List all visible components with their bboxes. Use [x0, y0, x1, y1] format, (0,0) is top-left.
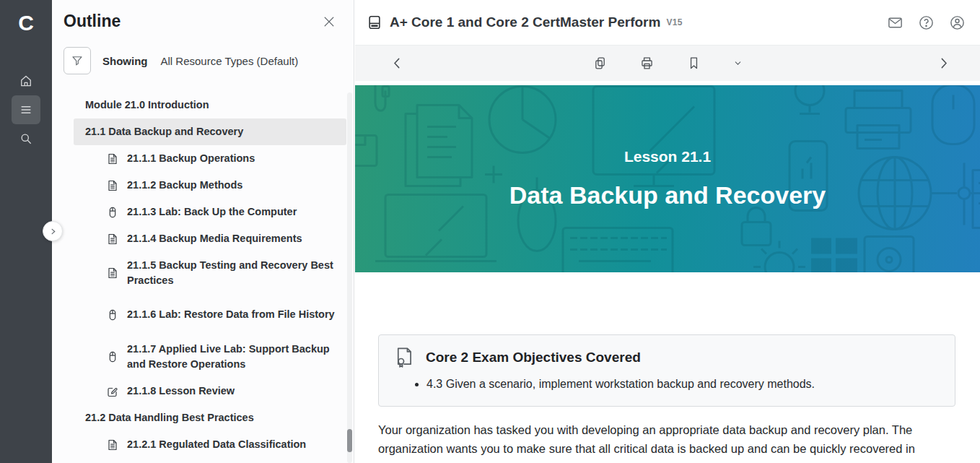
filter-row: Showing All Resource Types (Default) — [64, 47, 354, 74]
outline-item[interactable]: 21.1.4 Backup Media Requirements — [52, 225, 354, 252]
document-icon — [107, 233, 118, 245]
main-area: A+ Core 1 and Core 2 CertMaster Perform … — [355, 0, 980, 463]
objective-item: 4.3 Given a scenario, implement workstat… — [426, 376, 937, 393]
lesson-banner: Lesson 21.1 Data Backup and Recovery — [355, 85, 980, 272]
mouse-icon — [107, 351, 118, 363]
outline-item[interactable]: 21.1 Data Backup and Recovery — [74, 118, 346, 145]
outline-item-label: 21.1.6 Lab: Restore Data from File Histo… — [127, 307, 335, 322]
outline-item[interactable]: 21.1.5 Backup Testing and Recovery Best … — [52, 252, 354, 294]
app-window: C Outline Showing — [0, 0, 980, 463]
search-icon[interactable] — [12, 124, 40, 153]
outline-scrollbar-thumb[interactable] — [347, 429, 352, 452]
mouse-icon — [107, 309, 118, 321]
certificate-icon — [395, 347, 415, 368]
outline-item-label: 21.2.1 Regulated Data Classification — [127, 437, 306, 452]
lesson-number: Lesson 21.1 — [624, 148, 711, 165]
profile-icon[interactable] — [949, 14, 966, 31]
filter-icon[interactable] — [64, 47, 91, 74]
help-icon[interactable] — [918, 14, 935, 31]
outline-item-label: 21.1.4 Backup Media Requirements — [127, 231, 302, 246]
outline-item-label: Module 21.0 Introduction — [85, 98, 209, 113]
home-icon[interactable] — [12, 66, 40, 95]
lesson-title: Data Backup and Recovery — [509, 181, 826, 209]
outline-item-label: 21.1.5 Backup Testing and Recovery Best … — [127, 258, 336, 288]
exam-objectives-box: Core 2 Exam Objectives Covered 4.3 Given… — [378, 334, 955, 407]
outline-list: Module 21.0 Introduction21.1 Data Backup… — [52, 92, 354, 458]
bookmark-chevron-down-icon[interactable] — [733, 59, 743, 68]
outline-item[interactable]: Module 21.0 Introduction — [52, 92, 354, 118]
comptia-logo[interactable]: C — [18, 7, 34, 39]
outline-item[interactable]: 21.1.3 Lab: Back Up the Computer — [52, 199, 354, 225]
copy-icon[interactable] — [592, 56, 608, 71]
outline-item[interactable]: 21.2.1 Regulated Data Classification — [52, 431, 354, 458]
objectives-list: 4.3 Given a scenario, implement workstat… — [395, 376, 937, 393]
outline-title: Outline — [64, 12, 121, 31]
filter-value[interactable]: All Resource Types (Default) — [161, 55, 299, 67]
outline-item[interactable]: 21.1.2 Backup Methods — [52, 172, 354, 199]
collapse-outline-button[interactable] — [43, 221, 63, 241]
outline-scrollbar — [347, 92, 352, 463]
outline-item-label: 21.1.3 Lab: Back Up the Computer — [127, 204, 297, 220]
course-version-badge: V15 — [666, 17, 682, 27]
outline-item-label: 21.1 Data Backup and Recovery — [85, 124, 243, 139]
outline-item-label: 21.2 Data Handling Best Practices — [85, 410, 254, 425]
outline-item[interactable]: 21.1.7 Applied Live Lab: Support Backup … — [52, 336, 354, 378]
bookmark-icon[interactable] — [686, 56, 701, 71]
outline-item-label: 21.1.7 Applied Live Lab: Support Backup … — [127, 342, 336, 372]
showing-label: Showing — [102, 55, 148, 67]
rail-nav — [12, 66, 40, 153]
document-icon — [107, 439, 118, 451]
close-icon[interactable] — [322, 14, 336, 29]
outline-item[interactable]: 21.2 Data Handling Best Practices — [52, 404, 354, 431]
lesson-paragraph: Your organization has tasked you with de… — [378, 420, 935, 463]
lesson-toolbar — [355, 45, 980, 81]
outline-item[interactable]: 21.1.6 Lab: Restore Data from File Histo… — [52, 294, 354, 336]
lesson-content: Core 2 Exam Objectives Covered 4.3 Given… — [355, 272, 980, 463]
outline-item-label: 21.1.8 Lesson Review — [127, 384, 235, 399]
course-title: A+ Core 1 and Core 2 CertMaster Perform — [390, 14, 660, 30]
document-icon — [107, 267, 118, 279]
previous-page-icon[interactable] — [390, 56, 405, 71]
objectives-heading: Core 2 Exam Objectives Covered — [426, 350, 641, 365]
tech-icons-pattern — [355, 85, 980, 272]
document-icon — [107, 180, 118, 191]
outline-item-label: 21.1.2 Backup Methods — [127, 178, 242, 193]
outline-hamburger-icon[interactable] — [12, 95, 40, 124]
outline-item[interactable]: 21.1.1 Backup Operations — [52, 145, 354, 172]
outline-item[interactable]: 21.1.8 Lesson Review — [52, 378, 354, 404]
print-icon[interactable] — [639, 56, 655, 71]
outline-item-label: 21.1.1 Backup Operations — [127, 151, 255, 166]
edit-icon — [107, 386, 118, 397]
mail-icon[interactable] — [887, 14, 904, 31]
next-page-icon[interactable] — [936, 56, 951, 71]
mouse-icon — [107, 207, 118, 218]
outline-panel: Outline Showing All Resource Types (Defa… — [52, 0, 354, 463]
course-header: A+ Core 1 and Core 2 CertMaster Perform … — [355, 0, 980, 45]
document-icon — [107, 153, 118, 165]
course-reader-icon — [367, 14, 382, 30]
